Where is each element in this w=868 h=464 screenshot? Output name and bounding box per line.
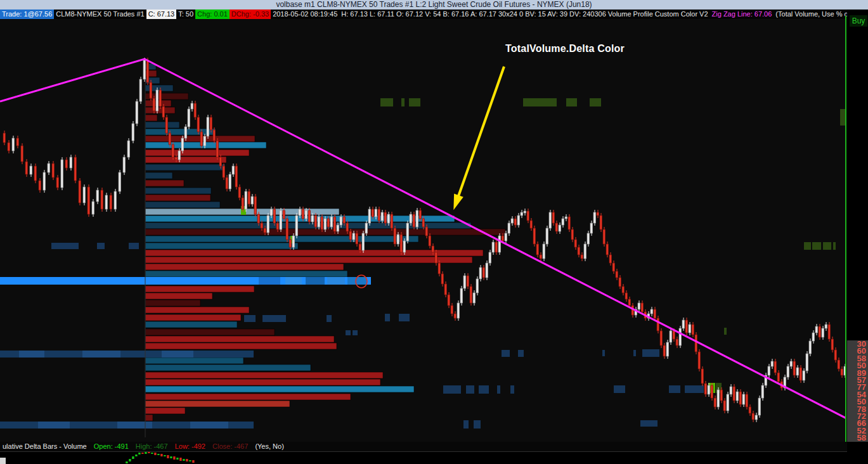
delta-color-mark (523, 98, 557, 106)
candlestick (413, 214, 415, 227)
candlestick (720, 390, 723, 401)
candlestick (454, 314, 457, 318)
price-scale-values[interactable]: 3060585089577754507872665258 (847, 340, 868, 442)
buy-button[interactable]: Buy (850, 15, 867, 27)
candlestick (245, 191, 247, 209)
study-yesno-label: (Yes, No) (252, 442, 286, 450)
volume-dot-mark (443, 385, 461, 394)
candlestick (356, 233, 358, 244)
volume-band-patch (38, 422, 70, 429)
candlestick (422, 219, 425, 227)
volume-dot-mark (385, 314, 390, 321)
volume-band-patch (82, 351, 120, 358)
candlestick (704, 383, 707, 394)
candlestick (143, 60, 146, 79)
candlestick (384, 212, 387, 223)
candlestick (559, 225, 561, 231)
zigzag-study-label: Zig Zag Line: 67.06 (710, 10, 774, 19)
candlestick (337, 225, 339, 231)
candlestick (742, 394, 745, 404)
candlestick (711, 385, 713, 398)
candlestick (514, 219, 517, 225)
candlestick (165, 117, 168, 133)
candlestick (841, 369, 843, 375)
candlestick (625, 293, 628, 299)
delta-open-value: Open: -491 (91, 442, 131, 450)
price-chart-canvas[interactable] (0, 19, 845, 442)
candlestick (324, 219, 327, 229)
candlestick (96, 190, 99, 202)
candlestick (489, 252, 491, 263)
candlestick (508, 223, 510, 233)
volume-profile-bar (145, 379, 380, 385)
candlestick (132, 124, 134, 141)
candlestick (733, 387, 735, 401)
delta-low-value: Low: -492 (172, 442, 208, 450)
volume-dot-mark (510, 385, 514, 394)
candlestick (777, 373, 780, 382)
volume-dot-mark (129, 243, 139, 249)
volume-profile-bar (145, 195, 211, 201)
candlestick (48, 164, 50, 172)
chart-annotation-text: TotalVolume.Delta Color (505, 43, 625, 55)
candlestick (444, 284, 447, 295)
daily-change-chip: DChg: -0.33 (230, 10, 271, 19)
delta-mini-candle (170, 456, 172, 458)
resize-handle[interactable] (0, 458, 6, 464)
main-chart-area[interactable] (0, 19, 845, 442)
candlestick (654, 309, 656, 318)
candlestick (334, 217, 336, 231)
delta-subchart-canvas (0, 452, 868, 464)
volume-dot-mark (466, 385, 474, 394)
candlestick (717, 390, 720, 407)
candlestick (185, 127, 187, 138)
volume-dot-mark (399, 314, 410, 321)
candlestick (736, 392, 739, 401)
delta-mini-candle (173, 456, 175, 460)
candlestick (213, 130, 216, 141)
candlestick (505, 233, 507, 241)
volume-profile-bar (145, 300, 200, 306)
delta-mini-candle (157, 454, 159, 455)
delta-mini-candle (145, 452, 146, 454)
volume-profile-bar (145, 307, 249, 313)
candlestick (495, 242, 498, 252)
candlestick (752, 413, 755, 420)
candlestick (391, 214, 393, 228)
candlestick (628, 299, 631, 306)
candlestick (527, 211, 529, 221)
delta-mini-candle (141, 453, 143, 454)
candlestick (308, 210, 311, 222)
candlestick (714, 398, 716, 407)
volume-profile-bar (145, 136, 255, 142)
delta-color-mark (409, 98, 420, 106)
candlestick (584, 244, 586, 259)
candlestick (562, 219, 564, 225)
volume-dot-mark (97, 243, 105, 249)
candlestick (242, 198, 244, 209)
candlestick (39, 181, 41, 190)
candlestick (619, 278, 621, 287)
candlestick (463, 276, 466, 288)
delta-mini-candle (148, 452, 150, 453)
candlestick (768, 366, 770, 375)
candlestick (552, 212, 555, 223)
volume-profile-bar (145, 394, 351, 400)
volume-profile-bar (145, 386, 414, 392)
candlestick (232, 166, 235, 174)
delta-color-mark (812, 242, 821, 250)
volume-dot-mark (642, 349, 659, 357)
volume-dot-mark (353, 330, 358, 335)
candlestick (670, 331, 672, 342)
delta-mini-candle (179, 458, 181, 461)
candlestick (270, 209, 273, 216)
candlestick (555, 223, 558, 231)
candlestick (321, 217, 323, 229)
candlestick (403, 241, 406, 252)
delta-high-value: High: -467 (133, 442, 171, 450)
trade-position-chip[interactable]: Trade: 1@67.56 (0, 10, 54, 19)
candlestick (169, 133, 171, 145)
candlestick (381, 212, 384, 221)
volume-band-patch (190, 422, 228, 429)
candlestick (730, 387, 732, 394)
